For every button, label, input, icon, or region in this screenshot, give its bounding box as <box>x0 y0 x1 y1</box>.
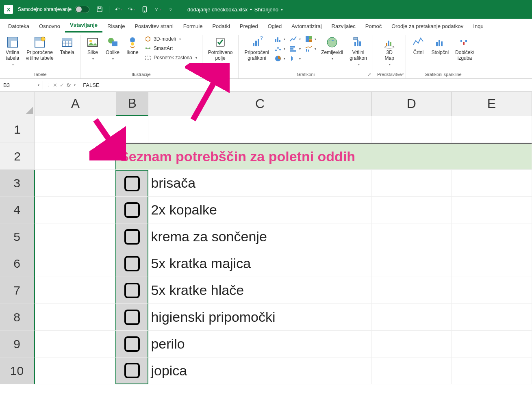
pivot-chart-button[interactable]: Vrtilni grafikon▾ <box>348 35 369 67</box>
column-header[interactable]: C <box>148 92 372 116</box>
cell[interactable] <box>372 358 452 384</box>
table-button[interactable]: Tabela <box>59 35 76 56</box>
row-header[interactable]: 8 <box>0 304 35 331</box>
list-item[interactable]: 2x kopalke <box>148 197 371 223</box>
tab-postavitev-strani[interactable]: Postavitev strani <box>130 21 178 32</box>
column-header[interactable]: E <box>452 92 532 116</box>
checkbox-cell[interactable] <box>116 250 148 277</box>
list-item[interactable]: brisača <box>148 170 371 197</box>
row-header[interactable]: 5 <box>0 223 35 250</box>
checkbox-icon[interactable] <box>124 310 140 325</box>
cell[interactable] <box>372 304 452 331</box>
3d-models-button[interactable]: 3D-modeli▾ <box>144 35 198 43</box>
cell[interactable] <box>148 116 371 143</box>
maps-button[interactable]: Zemljevidi▾ <box>319 35 345 61</box>
sparkline-winloss-button[interactable]: Dobiček/ izguba <box>454 35 476 62</box>
cell[interactable] <box>452 331 532 358</box>
undo-icon[interactable]: ↶▾ <box>115 6 122 13</box>
list-title[interactable]: Seznam potrebščin za poletni oddih <box>116 143 532 170</box>
cell[interactable] <box>372 223 452 250</box>
recommended-charts-button[interactable]: ?Priporočeni grafikoni <box>243 35 271 62</box>
touch-icon[interactable] <box>141 6 148 13</box>
cell[interactable] <box>452 116 532 143</box>
checkbox-icon[interactable] <box>124 363 140 378</box>
save-icon[interactable] <box>96 6 103 13</box>
cell[interactable] <box>372 277 452 304</box>
list-item[interactable]: 5x kratke hlače <box>148 277 371 304</box>
filename[interactable]: dodajanje checkboxa.xlsx • Shranjeno ▾ <box>187 6 283 13</box>
cell[interactable] <box>372 170 452 197</box>
formula-value[interactable]: FALSE <box>79 82 103 88</box>
overflow-icon[interactable]: ▿ <box>167 6 174 13</box>
cell[interactable] <box>452 223 532 250</box>
checkbox-cell[interactable] <box>116 170 148 197</box>
list-item[interactable]: jopica <box>148 358 371 384</box>
cancel-icon[interactable]: ✕ <box>53 82 57 88</box>
cell[interactable] <box>35 250 116 277</box>
checkbox-icon[interactable] <box>124 229 140 245</box>
cell[interactable] <box>372 250 452 277</box>
row-header[interactable]: 10 <box>0 358 35 384</box>
select-all-corner[interactable] <box>0 92 35 116</box>
cell[interactable] <box>452 304 532 331</box>
checkbox-cell[interactable] <box>116 331 148 358</box>
cell[interactable] <box>372 116 452 143</box>
autosave-toggle[interactable]: Samodejno shranjevanje <box>18 6 89 13</box>
tab-formule[interactable]: Formule <box>178 21 208 32</box>
tab-podatki[interactable]: Podatki <box>207 21 235 32</box>
tab-razvijalec[interactable]: Razvijalec <box>327 21 360 32</box>
checkbox-icon[interactable] <box>124 202 140 218</box>
tab-risanje[interactable]: Risanje <box>102 21 130 32</box>
cell[interactable] <box>35 170 116 197</box>
cell[interactable] <box>452 170 532 197</box>
sparkline-column-button[interactable]: Stolpčni <box>430 35 450 56</box>
dialog-launcher-icon[interactable]: ⤢ <box>400 72 404 77</box>
cell[interactable] <box>35 358 116 384</box>
checkbox-icon[interactable] <box>124 283 140 298</box>
3d-map-button[interactable]: 3D Map▾ <box>381 35 397 67</box>
tab-datoteka[interactable]: Datoteka <box>3 21 34 32</box>
row-header[interactable]: 7 <box>0 277 35 304</box>
tab-ogled[interactable]: Ogled <box>263 21 287 32</box>
pivot-table-button[interactable]: Vrtilna tabela▾ <box>4 35 21 67</box>
checkbox-icon[interactable] <box>124 176 140 191</box>
tab-orodje-za-pretakanje-podatkov[interactable]: Orodje za pretakanje podatkov <box>387 21 468 32</box>
cell[interactable] <box>452 250 532 277</box>
scatter-chart-button[interactable]: ▾ <box>274 45 285 53</box>
row-header[interactable]: 4 <box>0 197 35 223</box>
cell[interactable] <box>372 197 452 223</box>
checkbox-button[interactable]: Potrditveno polje <box>206 35 235 62</box>
cell[interactable] <box>35 197 116 223</box>
tab-osnovno[interactable]: Osnovno <box>34 21 65 32</box>
cell[interactable] <box>35 304 116 331</box>
column-header[interactable]: D <box>372 92 452 116</box>
bar-chart-button[interactable]: ▾ <box>289 45 301 53</box>
list-item[interactable]: krema za sončenje <box>148 223 371 250</box>
icons-button[interactable]: Ikone <box>124 35 141 56</box>
row-header[interactable]: 1 <box>0 116 35 143</box>
row-header[interactable]: 6 <box>0 250 35 277</box>
cell[interactable] <box>452 358 532 384</box>
checkbox-cell[interactable] <box>116 277 148 304</box>
column-chart-button[interactable]: ▾ <box>274 35 285 43</box>
list-item[interactable]: 5x kratka majica <box>148 250 371 277</box>
tab-avtomatiziraj[interactable]: Avtomatiziraj <box>287 21 326 32</box>
line-chart-button[interactable]: ▾ <box>289 35 301 43</box>
shapes-button[interactable]: Oblike▾ <box>104 35 121 61</box>
filter-icon[interactable]: ▾ <box>154 6 161 13</box>
cell[interactable] <box>372 331 452 358</box>
pie-chart-button[interactable]: ▾ <box>274 54 285 63</box>
list-item[interactable]: higienski pripomočki <box>148 304 371 331</box>
sparkline-line-button[interactable]: Črtni <box>410 35 426 56</box>
checkbox-cell[interactable] <box>116 358 148 384</box>
checkbox-icon[interactable] <box>124 256 140 271</box>
tab-inqu[interactable]: Inqu <box>468 21 488 32</box>
cell[interactable] <box>35 331 116 358</box>
list-item[interactable]: perilo <box>148 331 371 358</box>
cell[interactable] <box>452 277 532 304</box>
pictures-button[interactable]: Slike▾ <box>85 35 101 61</box>
cell[interactable] <box>35 277 116 304</box>
dialog-launcher-icon[interactable]: ⤢ <box>367 72 371 77</box>
redo-icon[interactable]: ↷▾ <box>128 6 135 13</box>
tab-vstavljanje[interactable]: Vstavljanje <box>65 20 102 32</box>
